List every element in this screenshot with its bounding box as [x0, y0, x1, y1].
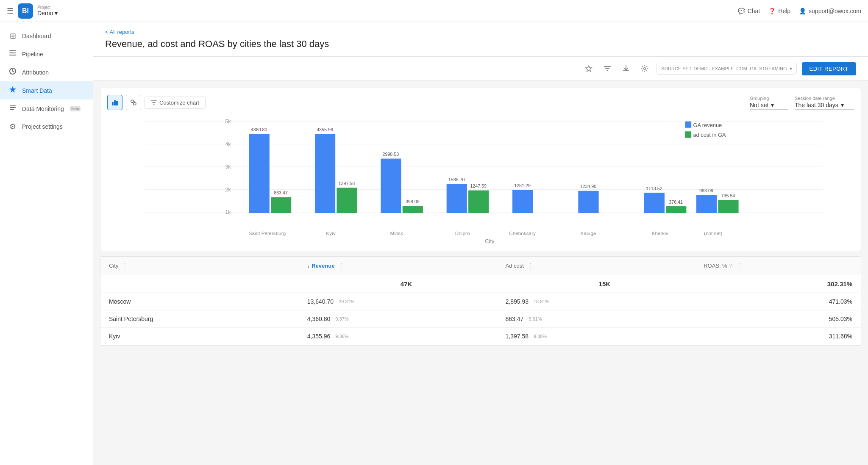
source-set-selector[interactable]: SOURCE SET: DEMO - EXAMPLE_COM_GA_STREAM…: [657, 63, 796, 75]
dashboard-icon: ⊞: [8, 31, 17, 41]
bar-revenue-spb[interactable]: [249, 134, 270, 213]
download-button[interactable]: [619, 62, 633, 75]
row-revenue: 4,355.96 9.36%: [307, 333, 506, 340]
svg-text:Cheboksary: Cheboksary: [509, 230, 536, 236]
svg-text:1k: 1k: [225, 209, 231, 215]
svg-text:Dnipro: Dnipro: [455, 230, 470, 236]
customize-chart-button[interactable]: Customize chart: [145, 97, 206, 109]
sidebar-item-label: Pipeline: [22, 51, 43, 58]
bar-adcost-minsk[interactable]: [403, 206, 423, 213]
row-roas: 471.03%: [704, 298, 852, 305]
help-nav-item[interactable]: ❓ Help: [768, 8, 790, 14]
bar-adcost-kyiv[interactable]: [337, 188, 357, 213]
data-monitoring-icon: [8, 104, 17, 113]
settings-button[interactable]: [638, 62, 651, 75]
app-logo: BI: [18, 3, 33, 19]
svg-text:398.09: 398.09: [406, 199, 420, 204]
bar-adcost-kharkiv[interactable]: [666, 206, 686, 213]
svg-text:863.47: 863.47: [274, 190, 288, 195]
sidebar-item-project-settings[interactable]: ⚙ Project settings: [0, 118, 93, 136]
chevron-down-icon: ▾: [790, 66, 792, 72]
smart-data-icon: [8, 86, 17, 95]
sidebar-item-label: Attribution: [22, 69, 49, 76]
col-city-dots[interactable]: ⋮: [122, 262, 128, 270]
sort-arrow-icon: ↓: [307, 263, 310, 269]
bar-adcost-spb[interactable]: [271, 197, 291, 213]
row-roas: 505.03%: [704, 316, 852, 322]
svg-text:1588.70: 1588.70: [448, 177, 465, 182]
chart-area: 5k 4k 3k 2k 1k 4360.80 863.47 Saint Pete…: [107, 117, 854, 244]
user-nav-item[interactable]: 👤 support@owox.com: [799, 8, 861, 14]
chat-icon: 💬: [738, 8, 745, 14]
svg-text:4360.80: 4360.80: [251, 127, 267, 132]
filter-button[interactable]: [601, 62, 614, 75]
row-city: Saint Petersburg: [109, 316, 307, 322]
sidebar-item-smart-data[interactable]: Smart Data: [0, 81, 93, 100]
svg-rect-3: [10, 109, 14, 110]
chat-nav-item[interactable]: 💬 Chat: [738, 8, 760, 14]
bar-chart-button[interactable]: [107, 95, 122, 110]
svg-text:Saint Petersburg: Saint Petersburg: [249, 230, 286, 236]
bar-revenue-kaluga[interactable]: [578, 191, 598, 213]
col-adcost-header: Ad cost ⋮: [505, 262, 704, 270]
svg-text:1397.58: 1397.58: [339, 181, 355, 186]
table-row: Saint Petersburg 4,360.80 9.37% 863.47 5…: [100, 310, 861, 328]
svg-text:City: City: [485, 238, 495, 244]
bar-revenue-dnipro[interactable]: [447, 184, 467, 213]
bar-adcost-dnipro[interactable]: [468, 191, 489, 213]
col-city-header: City ⋮: [109, 262, 307, 270]
svg-text:(not set): (not set): [704, 230, 722, 236]
date-range-select[interactable]: The last 30 days ▾: [795, 102, 854, 110]
svg-rect-6: [114, 100, 116, 105]
page-title: Revenue, ad cost and ROAS by cities the …: [105, 39, 856, 50]
svg-rect-43: [685, 122, 691, 128]
svg-text:1281.29: 1281.29: [514, 183, 531, 188]
project-name[interactable]: Demo ▾: [37, 10, 58, 17]
bar-revenue-kyiv[interactable]: [315, 134, 335, 213]
table-total-row: 47K 15K 302.31%: [100, 275, 861, 293]
sidebar-item-dashboard[interactable]: ⊞ Dashboard: [0, 27, 93, 45]
hamburger-icon[interactable]: ☰: [7, 6, 14, 16]
total-roas-cell: 302.31%: [704, 280, 852, 288]
col-revenue-header: ↓ Revenue ⋮: [307, 262, 506, 270]
bar-revenue-cheboksary[interactable]: [512, 190, 533, 213]
user-icon: 👤: [799, 8, 806, 14]
breadcrumb[interactable]: < All reports: [105, 29, 856, 35]
col-roas-dots[interactable]: ⋮: [736, 262, 743, 270]
sidebar-item-label: Dashboard: [22, 33, 51, 39]
col-roas-header: ROAS, % ? ⋮: [704, 262, 852, 270]
bar-revenue-kharkiv[interactable]: [644, 193, 665, 213]
date-range-section: Session date range The last 30 days ▾: [795, 96, 854, 110]
sidebar-item-data-monitoring[interactable]: Data Monitoring beta: [0, 100, 93, 118]
sidebar-item-attribution[interactable]: Attribution: [0, 63, 93, 81]
col-adcost-dots[interactable]: ⋮: [527, 262, 534, 270]
svg-rect-2: [10, 107, 16, 108]
attribution-icon: [8, 67, 17, 77]
total-revenue-cell: 47K: [307, 280, 506, 288]
bar-revenue-minsk[interactable]: [381, 159, 401, 213]
table-header: City ⋮ ↓ Revenue ⋮ Ad cost ⋮ ROAS, % ? ⋮: [100, 257, 861, 275]
row-roas: 311.68%: [704, 333, 852, 340]
edit-report-button[interactable]: EDIT REPORT: [802, 62, 856, 75]
col-revenue-dots[interactable]: ⋮: [338, 262, 345, 270]
star-button[interactable]: [582, 62, 595, 75]
grouping-select[interactable]: Not set ▾: [750, 102, 788, 110]
svg-text:ad cost in GA: ad cost in GA: [693, 132, 726, 138]
sidebar-item-label: Project settings: [22, 123, 63, 130]
chevron-down-icon: ▾: [55, 10, 58, 17]
table-chart-button[interactable]: [126, 95, 141, 110]
svg-text:735.54: 735.54: [721, 193, 735, 198]
svg-rect-45: [685, 131, 691, 138]
sidebar-item-pipeline[interactable]: Pipeline: [0, 45, 93, 63]
table-row: Moscow 13,640.70 29.31% 2,895.93 18.81% …: [100, 293, 861, 310]
bar-revenue-notset[interactable]: [696, 195, 717, 213]
svg-point-4: [644, 68, 646, 70]
row-adcost: 1,397.58 9.08%: [505, 333, 704, 340]
svg-rect-1: [10, 105, 16, 106]
chevron-down-icon: ▾: [771, 102, 774, 108]
svg-text:Kaluga: Kaluga: [581, 230, 596, 236]
beta-badge: beta: [70, 106, 81, 111]
table-panel: City ⋮ ↓ Revenue ⋮ Ad cost ⋮ ROAS, % ? ⋮…: [100, 256, 861, 346]
row-revenue: 13,640.70 29.31%: [307, 298, 506, 305]
bar-adcost-notset[interactable]: [718, 200, 738, 213]
